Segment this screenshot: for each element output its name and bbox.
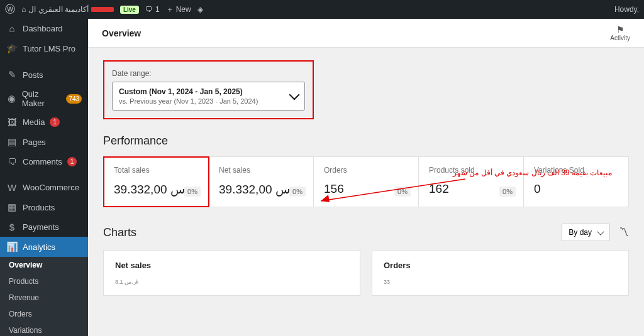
line-chart-icon[interactable]: 〽 bbox=[619, 227, 629, 238]
perf-value: 0 bbox=[534, 182, 618, 196]
menu-icon: 🎓 bbox=[6, 43, 18, 54]
admin-bar: ⓦ ⌂ أكاديمية العبقري ال Live 🗨 1 ＋ New ◈… bbox=[0, 0, 644, 19]
date-range-box: Date range: Custom (Nov 1, 2024 - Jan 5,… bbox=[103, 60, 314, 119]
perf-pct: 0% bbox=[499, 187, 516, 197]
chart-card-net-sales: Net salesر.س 8.1k bbox=[103, 250, 360, 296]
perf-pct: 0% bbox=[289, 187, 306, 197]
admin-sidebar: ⌂Dashboard🎓Tutor LMS Pro✎Posts◉Quiz Make… bbox=[0, 19, 88, 336]
sidebar-item-media[interactable]: 🖾Media1 bbox=[0, 112, 88, 132]
sidebar-item-label: Tutor LMS Pro bbox=[23, 44, 75, 53]
wordpress-logo-icon[interactable]: ⓦ bbox=[5, 3, 15, 16]
sidebar-item-label: WooCommerce bbox=[23, 183, 79, 192]
charts-row: Net salesر.س 8.1kOrders33 bbox=[103, 250, 629, 296]
submenu-revenue[interactable]: Revenue bbox=[0, 290, 88, 306]
menu-icon: 🗨 bbox=[6, 156, 18, 167]
perf-card-variations-sold[interactable]: Variations Sold0 bbox=[524, 157, 628, 207]
sidebar-item-label: Quiz Maker bbox=[22, 89, 61, 108]
sidebar-item-woocommerce[interactable]: WWooCommerce bbox=[0, 178, 88, 197]
live-badge: Live bbox=[120, 6, 139, 14]
annotation-text: مبيعات بقيمة 39 الف ريال سعودي في أقل من… bbox=[453, 168, 612, 177]
comments-count: 1 bbox=[155, 5, 160, 14]
submenu-overview[interactable]: Overview bbox=[0, 257, 88, 273]
sidebar-item-label: Analytics bbox=[23, 242, 55, 252]
perf-card-net-sales[interactable]: Net sales39.332,00 ر.س0% bbox=[209, 157, 314, 207]
sidebar-item-label: Pages bbox=[23, 138, 46, 147]
date-range-primary: Custom (Nov 1, 2024 - Jan 5, 2025) bbox=[119, 87, 258, 96]
sidebar-item-products[interactable]: ▦Products bbox=[0, 197, 88, 217]
sidebar-item-label: Dashboard bbox=[23, 24, 63, 33]
menu-icon: ◉ bbox=[6, 93, 17, 104]
sidebar-item-payments[interactable]: $Payments bbox=[0, 217, 88, 237]
sidebar-item-posts[interactable]: ✎Posts bbox=[0, 65, 88, 85]
flag-icon: ⚑ bbox=[610, 24, 630, 35]
sidebar-item-analytics[interactable]: 📊Analytics bbox=[0, 237, 88, 257]
comments-link[interactable]: 🗨 1 bbox=[145, 5, 160, 14]
sidebar-item-label: Products bbox=[23, 203, 55, 212]
annotation-arrow bbox=[314, 176, 472, 207]
site-name-link[interactable]: ⌂ أكاديمية العبقري ال bbox=[21, 5, 114, 14]
diamond-icon[interactable]: ◈ bbox=[197, 5, 203, 14]
svg-marker-1 bbox=[321, 195, 330, 202]
submenu-variations[interactable]: Variations bbox=[0, 322, 88, 336]
main-content: Overview ⚑ Activity Date range: Custom (… bbox=[88, 19, 644, 336]
howdy-link[interactable]: Howdy, bbox=[614, 5, 639, 14]
sidebar-item-label: Comments bbox=[23, 157, 62, 166]
perf-title: Net sales bbox=[219, 166, 303, 175]
count-badge: 1 bbox=[50, 117, 60, 127]
perf-title: Orders bbox=[324, 166, 408, 175]
sidebar-item-pages[interactable]: ▤Pages bbox=[0, 132, 88, 152]
page-header: Overview ⚑ Activity bbox=[88, 19, 644, 48]
submenu-orders[interactable]: Orders bbox=[0, 306, 88, 322]
sidebar-item-label: Media bbox=[23, 117, 45, 127]
charts-heading: Charts bbox=[103, 226, 136, 239]
count-badge: 743 bbox=[66, 94, 82, 104]
chevron-down-icon bbox=[597, 228, 604, 235]
sidebar-item-label: Posts bbox=[23, 70, 43, 80]
menu-icon: W bbox=[6, 182, 18, 193]
redacted-bar bbox=[91, 7, 114, 12]
chevron-down-icon bbox=[289, 90, 300, 100]
comment-icon: 🗨 bbox=[145, 5, 153, 14]
perf-pct: 0% bbox=[184, 187, 201, 197]
svg-line-0 bbox=[321, 179, 465, 201]
count-badge: 1 bbox=[67, 157, 77, 166]
performance-heading: Performance bbox=[103, 134, 629, 148]
home-icon: ⌂ bbox=[21, 5, 26, 14]
chart-title: Net sales bbox=[115, 261, 348, 270]
activity-label: Activity bbox=[610, 35, 630, 41]
sidebar-item-quiz-maker[interactable]: ◉Quiz Maker743 bbox=[0, 85, 88, 112]
chart-ytick: 33 bbox=[384, 279, 617, 285]
sidebar-item-comments[interactable]: 🗨Comments1 bbox=[0, 152, 88, 171]
site-name-text: أكاديمية العبقري ال bbox=[28, 5, 89, 14]
date-range-dropdown[interactable]: Custom (Nov 1, 2024 - Jan 5, 2025) vs. P… bbox=[112, 82, 305, 111]
chart-card-orders: Orders33 bbox=[372, 250, 629, 296]
new-label: New bbox=[176, 5, 191, 14]
page-title: Overview bbox=[102, 28, 141, 38]
chart-ytick: ر.س 8.1k bbox=[115, 279, 348, 285]
date-range-secondary: vs. Previous year (Nov 1, 2023 - Jan 5, … bbox=[119, 97, 258, 105]
plus-icon: ＋ bbox=[166, 4, 174, 15]
submenu-products[interactable]: Products bbox=[0, 273, 88, 290]
chart-interval-dropdown[interactable]: By day bbox=[562, 224, 610, 241]
sidebar-item-dashboard[interactable]: ⌂Dashboard bbox=[0, 19, 88, 38]
menu-icon: ⌂ bbox=[6, 23, 18, 34]
menu-icon: $ bbox=[6, 222, 18, 232]
sidebar-item-label: Payments bbox=[23, 222, 59, 232]
menu-icon: 📊 bbox=[6, 241, 18, 252]
menu-icon: ✎ bbox=[6, 69, 18, 80]
menu-icon: ▤ bbox=[6, 136, 18, 148]
activity-button[interactable]: ⚑ Activity bbox=[610, 24, 630, 41]
perf-title: Total sales bbox=[114, 166, 198, 175]
chart-title: Orders bbox=[384, 261, 617, 270]
date-range-label: Date range: bbox=[112, 69, 305, 78]
menu-icon: 🖾 bbox=[6, 117, 18, 127]
menu-icon: ▦ bbox=[6, 202, 18, 213]
sidebar-item-tutor-lms-pro[interactable]: 🎓Tutor LMS Pro bbox=[0, 38, 88, 58]
perf-card-total-sales[interactable]: Total sales39.332,00 ر.س0% bbox=[104, 157, 209, 207]
new-link[interactable]: ＋ New bbox=[166, 4, 191, 15]
chart-interval-label: By day bbox=[569, 228, 592, 237]
